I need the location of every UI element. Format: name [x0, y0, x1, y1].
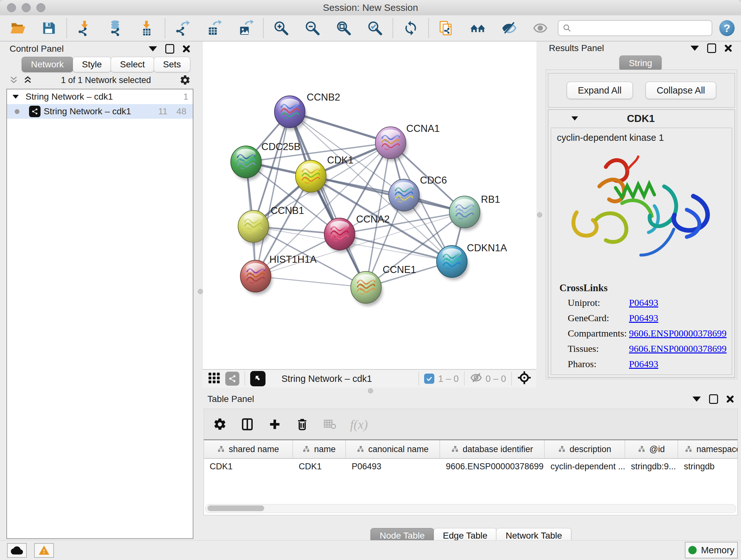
- zoom-in-button[interactable]: [273, 18, 290, 38]
- crosslink-link-uniprot[interactable]: P06493: [629, 297, 658, 308]
- crosslink-link-compartments[interactable]: 9606.ENSP00000378699: [629, 328, 727, 339]
- table-cell[interactable]: 9606.ENSP00000378699: [440, 462, 545, 472]
- table-cell[interactable]: CDK1: [204, 462, 293, 472]
- close-panel-icon[interactable]: [724, 44, 732, 52]
- tab-style[interactable]: Style: [73, 57, 111, 72]
- network-view-icon[interactable]: [225, 372, 239, 386]
- node-table: shared namenamecanonical namedatabase id…: [204, 439, 738, 515]
- network-node-RB1[interactable]: RB1: [449, 194, 500, 231]
- table-cell[interactable]: P06493: [346, 462, 440, 472]
- network-row[interactable]: String Network – cdk1 11 48: [7, 104, 193, 119]
- scrollbar-thumb[interactable]: [207, 505, 264, 511]
- hide-panel-eye-button[interactable]: [500, 18, 518, 38]
- export-table-button[interactable]: [205, 18, 223, 38]
- close-panel-icon[interactable]: [726, 395, 734, 403]
- network-node-CDK1[interactable]: CDK1: [295, 154, 354, 195]
- network-node-CCNA2[interactable]: CCNA2: [324, 213, 390, 253]
- houses-button[interactable]: [469, 18, 486, 38]
- export-image-button[interactable]: [237, 18, 254, 38]
- network-node-CDKN1A[interactable]: CDKN1A: [436, 242, 507, 280]
- table-row[interactable]: CDK1CDK1P064939606.ENSP00000378699cyclin…: [204, 459, 738, 474]
- import-network-database-button[interactable]: [107, 18, 125, 38]
- expand-all-icon[interactable]: [23, 75, 32, 85]
- copy-documents-button[interactable]: [438, 18, 455, 38]
- network-node-CCNB1[interactable]: CCNB1: [238, 205, 304, 245]
- expand-all-button[interactable]: Expand All: [567, 82, 633, 99]
- birds-eye-view-icon[interactable]: [250, 371, 266, 386]
- column-header-id[interactable]: @id: [625, 440, 678, 458]
- statusbar-separator: [464, 372, 465, 386]
- entry-header[interactable]: CDK1: [548, 110, 735, 127]
- table-gear-icon[interactable]: [213, 417, 227, 431]
- column-header-canonicalname[interactable]: canonical name: [346, 440, 440, 458]
- tab-network[interactable]: Network: [22, 57, 73, 72]
- panel-menu-icon[interactable]: [692, 396, 701, 401]
- help-button[interactable]: ?: [719, 20, 735, 36]
- node-label-RB1: RB1: [481, 194, 500, 205]
- network-node-HIST1H1A[interactable]: HIST1H1A: [240, 254, 317, 295]
- show-eye-button[interactable]: [532, 18, 549, 38]
- warnings-button[interactable]: [34, 543, 54, 558]
- edge-count: 48: [177, 106, 186, 117]
- zoom-selected-button[interactable]: [366, 18, 384, 38]
- left-splitter-handle[interactable]: [198, 289, 203, 294]
- import-table-button[interactable]: [138, 18, 156, 38]
- results-panel-title: Results Panel: [549, 43, 604, 53]
- apply-layout-button[interactable]: [402, 18, 419, 38]
- crosslink-row: Pharos:P06493: [551, 356, 732, 372]
- float-panel-icon[interactable]: [709, 394, 718, 404]
- fit-crosshair-icon[interactable]: [517, 370, 532, 387]
- column-header-databaseidentifier[interactable]: database identifier: [440, 440, 545, 458]
- gear-icon[interactable]: [179, 74, 191, 86]
- export-network-button[interactable]: [174, 18, 192, 38]
- open-session-button[interactable]: [9, 18, 26, 38]
- cloud-button[interactable]: [7, 543, 27, 558]
- import-network-file-button[interactable]: [76, 18, 93, 38]
- right-splitter-handle[interactable]: [537, 212, 542, 217]
- table-cell[interactable]: CDK1: [293, 462, 346, 472]
- crosslink-row: Compartments:9606.ENSP00000378699: [551, 326, 732, 341]
- collapse-all-icon[interactable]: [9, 75, 18, 85]
- delete-column-icon[interactable]: [295, 417, 309, 431]
- table-cell[interactable]: stringdb: [678, 462, 738, 472]
- selected-checkbox-icon[interactable]: [424, 374, 434, 384]
- clear-table-icon: [323, 417, 337, 431]
- network-canvas[interactable]: CCNB2CCNA1CDC25BCDK1CDC6RB1CCNB1CCNA2CDK…: [202, 42, 536, 369]
- select-columns-icon[interactable]: [240, 417, 254, 431]
- network-collection-row[interactable]: String Network – cdk1 1: [7, 89, 193, 104]
- hidden-eye-icon[interactable]: [470, 371, 482, 386]
- panel-menu-icon[interactable]: [149, 46, 157, 51]
- crosslink-link-genecard[interactable]: P06493: [629, 313, 658, 323]
- collapse-all-button[interactable]: Collapse All: [646, 82, 717, 99]
- zoom-out-button[interactable]: [304, 18, 321, 38]
- network-view-statusbar: String Network – cdk1 1 – 0 0 – 0: [202, 369, 536, 388]
- grid-view-icon[interactable]: [207, 371, 221, 387]
- float-panel-icon[interactable]: [707, 44, 716, 53]
- network-node-CCNA1[interactable]: CCNA1: [375, 123, 440, 161]
- close-panel-icon[interactable]: [183, 45, 190, 53]
- column-header-namespace[interactable]: namespace: [678, 440, 738, 458]
- tab-sets[interactable]: Sets: [154, 57, 190, 72]
- table-cell[interactable]: cyclin-dependent ...: [545, 462, 625, 472]
- expander-icon[interactable]: [571, 117, 578, 121]
- memory-button[interactable]: Memory: [685, 542, 738, 558]
- add-column-icon[interactable]: [268, 417, 282, 431]
- tab-select[interactable]: Select: [111, 57, 154, 72]
- network-node-CCNE1[interactable]: CCNE1: [351, 264, 416, 306]
- network-node-CDC6[interactable]: CDC6: [389, 175, 447, 213]
- column-header-name[interactable]: name: [293, 440, 346, 458]
- crosslink-link-pharos[interactable]: P06493: [629, 359, 658, 369]
- network-node-CDC25B[interactable]: CDC25B: [231, 141, 300, 180]
- column-header-description[interactable]: description: [545, 440, 625, 458]
- crosslink-link-tissues[interactable]: 9606.ENSP00000378699: [629, 343, 727, 354]
- tab-string[interactable]: String: [619, 56, 661, 71]
- search-input[interactable]: [572, 23, 708, 34]
- float-panel-icon[interactable]: [165, 44, 174, 54]
- zoom-fit-button[interactable]: [335, 18, 352, 38]
- column-header-sharedname[interactable]: shared name: [204, 440, 293, 458]
- horizontal-scrollbar[interactable]: [205, 504, 736, 513]
- save-session-button[interactable]: [40, 18, 57, 38]
- panel-menu-icon[interactable]: [690, 46, 699, 51]
- expander-icon[interactable]: [12, 95, 19, 99]
- table-cell[interactable]: stringdb:9...: [625, 462, 678, 472]
